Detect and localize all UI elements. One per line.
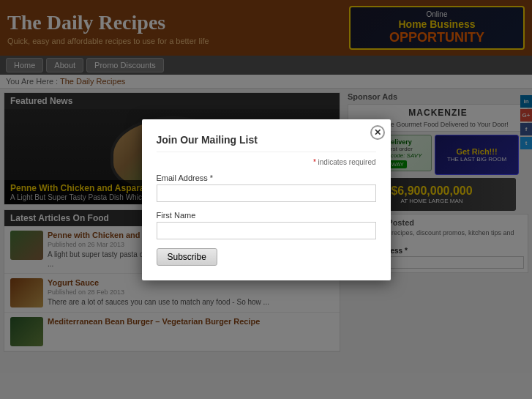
firstname-form-label: First Name: [157, 211, 376, 220]
modal-overlay: Join Our Mailing List ✕ * indicates requ…: [0, 0, 532, 399]
email-form-label: Email Address *: [157, 174, 376, 182]
required-star: *: [313, 158, 316, 166]
modal-title: Join Our Mailing List: [157, 134, 376, 152]
modal-email-input[interactable]: [157, 184, 376, 202]
modal-firstname-input[interactable]: [157, 222, 376, 239]
mailing-list-modal: Join Our Mailing List ✕ * indicates requ…: [142, 119, 391, 280]
modal-close-button[interactable]: ✕: [370, 125, 385, 140]
required-text: indicates required: [318, 158, 376, 166]
subscribe-button[interactable]: Subscribe: [157, 248, 217, 266]
required-note: * indicates required: [157, 158, 376, 166]
